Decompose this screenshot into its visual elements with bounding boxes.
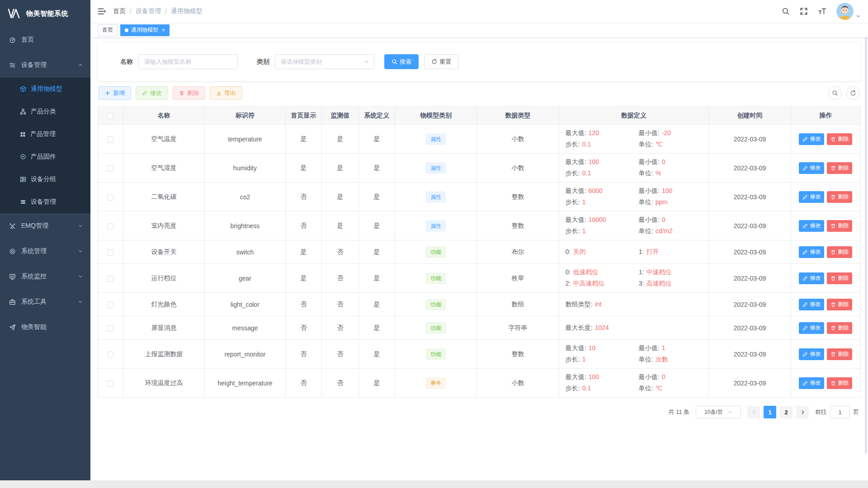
row-checkbox[interactable] xyxy=(107,380,113,387)
show-search-button[interactable] xyxy=(828,86,842,100)
cell-name: 二氧化碳 xyxy=(123,183,204,211)
row-checkbox[interactable] xyxy=(107,136,113,143)
row-delete-button[interactable]: 删除 xyxy=(827,220,852,232)
row-edit-button[interactable]: 修改 xyxy=(799,246,824,258)
definition-item: 数组类型:int xyxy=(566,300,634,309)
row-delete-button[interactable]: 删除 xyxy=(827,299,852,310)
sidebar-item-system-monitor[interactable]: 系统监控 xyxy=(0,264,90,289)
definition-label: 最大值: xyxy=(566,129,586,136)
cell-created: 2022-03-09 xyxy=(709,183,791,211)
cell-monitor: 是 xyxy=(321,125,359,154)
edit-button[interactable]: 修改 xyxy=(136,86,168,100)
sidebar-subitem-product-category[interactable]: 产品分类 xyxy=(0,100,90,123)
row-delete-button[interactable]: 删除 xyxy=(827,348,852,360)
sidebar-subitem-product-manage[interactable]: 产品管理 xyxy=(0,123,90,145)
sidebar-subitem-thing-model[interactable]: 通用物模型 xyxy=(0,78,90,100)
search-icon[interactable] xyxy=(782,7,790,15)
fullscreen-icon[interactable] xyxy=(800,7,808,15)
sidebar-subitem-product-firmware[interactable]: 产品固件 xyxy=(0,145,90,168)
sidebar-subitem-device-list[interactable]: 设备管理 xyxy=(0,191,90,213)
cell-system-defined: 是 xyxy=(359,340,395,369)
row-checkbox[interactable] xyxy=(107,165,113,172)
export-button[interactable]: 导出 xyxy=(210,86,242,100)
cell-data-definition: 0:关闭1:打开 xyxy=(559,240,709,264)
definition-value: 0 xyxy=(662,216,665,223)
definition-label: 0: xyxy=(566,248,571,255)
select-all-checkbox[interactable] xyxy=(107,113,113,119)
definition-label: 单位: xyxy=(639,141,653,148)
sidebar-item-wumei[interactable]: 物美智能 xyxy=(0,314,90,340)
row-checkbox[interactable] xyxy=(107,352,113,358)
definition-item: 步长:1 xyxy=(566,356,634,364)
row-delete-button[interactable]: 删除 xyxy=(827,322,852,334)
definition-value: 1 xyxy=(662,344,665,352)
tab-home[interactable]: 首页 xyxy=(98,24,118,36)
row-delete-button[interactable]: 删除 xyxy=(827,272,852,284)
next-page-button[interactable] xyxy=(796,406,809,418)
font-size-icon[interactable] xyxy=(818,7,826,15)
row-delete-button[interactable]: 删除 xyxy=(827,191,852,203)
refresh-table-button[interactable] xyxy=(846,86,860,100)
pencil-icon xyxy=(802,194,808,200)
row-checkbox[interactable] xyxy=(107,223,113,230)
row-edit-button[interactable]: 修改 xyxy=(799,322,824,334)
col-data-type: 数据类型 xyxy=(477,107,559,125)
add-button[interactable]: 新增 xyxy=(99,86,131,100)
pagination: 共 11 条 10条/页 12 前往 页 xyxy=(99,406,859,424)
name-input[interactable] xyxy=(138,54,238,69)
breadcrumb-item[interactable]: 首页 xyxy=(113,7,126,15)
row-edit-label: 修改 xyxy=(810,300,821,308)
reset-button[interactable]: 重置 xyxy=(424,54,458,69)
category-select[interactable]: 请选择模型类别 xyxy=(275,54,374,69)
row-edit-button[interactable]: 修改 xyxy=(799,133,824,145)
row-edit-button[interactable]: 修改 xyxy=(799,220,824,232)
category-tag: 属性 xyxy=(426,134,446,145)
app-logo[interactable]: 物美智能系统 xyxy=(0,0,90,27)
row-checkbox[interactable] xyxy=(107,325,113,332)
page-button-2[interactable]: 2 xyxy=(780,406,793,418)
row-edit-button[interactable]: 修改 xyxy=(799,191,824,203)
cell-system-defined: 是 xyxy=(359,154,395,183)
page-size-select[interactable]: 10条/页 xyxy=(696,406,741,418)
scrollbar[interactable] xyxy=(865,29,867,454)
search-button[interactable]: 搜索 xyxy=(384,54,419,69)
prev-page-button[interactable] xyxy=(747,406,760,418)
cell-actions: 修改删除 xyxy=(791,183,860,211)
cell-monitor: 否 xyxy=(321,369,359,398)
pencil-icon xyxy=(802,302,808,307)
avatar[interactable] xyxy=(836,3,854,20)
row-delete-button[interactable]: 删除 xyxy=(827,133,852,145)
tab-thing-model[interactable]: 通用物模型× xyxy=(120,24,170,36)
row-edit-button[interactable]: 修改 xyxy=(799,348,824,360)
definition-list: 最大值:6000最小值:100步长:1单位:ppm xyxy=(566,187,705,206)
cell-created: 2022-03-09 xyxy=(709,316,791,340)
row-checkbox[interactable] xyxy=(107,302,113,308)
tab-close-icon[interactable]: × xyxy=(162,27,165,33)
delete-button-label: 删除 xyxy=(187,89,199,97)
sidebar-item-home[interactable]: 首页 xyxy=(0,27,90,52)
cell-name: 空气湿度 xyxy=(123,154,204,183)
hamburger-icon[interactable] xyxy=(90,7,113,16)
row-edit-button[interactable]: 修改 xyxy=(799,272,824,284)
sidebar-item-system-manage[interactable]: 系统管理 xyxy=(0,239,90,264)
sidebar-subitem-device-group[interactable]: 设备分组 xyxy=(0,168,90,191)
sidebar-item-system-tools[interactable]: 系统工具 xyxy=(0,289,90,314)
row-edit-button[interactable]: 修改 xyxy=(799,162,824,174)
row-delete-button[interactable]: 删除 xyxy=(827,246,852,258)
row-checkbox[interactable] xyxy=(107,194,113,201)
cell-name: 运行档位 xyxy=(123,264,204,293)
row-edit-button[interactable]: 修改 xyxy=(799,299,824,310)
row-checkbox[interactable] xyxy=(107,276,113,282)
row-delete-label: 删除 xyxy=(838,135,849,143)
page-button-1[interactable]: 1 xyxy=(764,406,776,418)
breadcrumb-item[interactable]: 设备管理 xyxy=(136,7,161,15)
goto-page-input[interactable] xyxy=(830,406,850,418)
sidebar-item-device-manage[interactable]: 设备管理 xyxy=(0,52,90,78)
sidebar-item-emq[interactable]: EMQ管理 xyxy=(0,213,90,239)
row-checkbox[interactable] xyxy=(107,249,113,256)
row-delete-button[interactable]: 删除 xyxy=(827,377,852,389)
row-edit-button[interactable]: 修改 xyxy=(799,377,824,389)
delete-button[interactable]: 删除 xyxy=(173,86,205,100)
user-menu[interactable] xyxy=(836,3,861,20)
row-delete-button[interactable]: 删除 xyxy=(827,162,852,174)
